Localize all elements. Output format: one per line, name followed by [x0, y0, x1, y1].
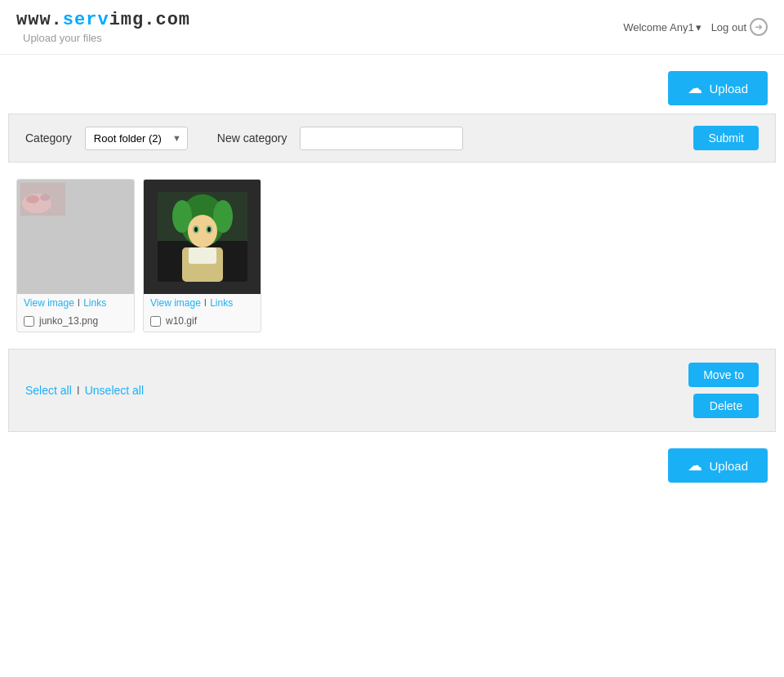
logo-img: img [109, 10, 145, 30]
thumb-background-2 [144, 180, 261, 294]
logo: www.servimg.com [16, 10, 190, 30]
upload-label-bottom: Upload [709, 459, 748, 473]
logout-icon: ➜ [750, 18, 768, 36]
welcome-text: Welcome Any1▾ [623, 21, 701, 33]
thumb-inner-1 [20, 183, 65, 216]
image-thumb-1 [17, 180, 134, 294]
upload-button-top[interactable]: ☁ Upload [668, 71, 768, 105]
welcome-caret: ▾ [696, 21, 702, 33]
image-filename-1: junko_13.png [39, 315, 98, 327]
link-separator-2: I [204, 297, 207, 309]
links-link-1[interactable]: Links [83, 297, 106, 309]
new-category-label: New category [217, 131, 287, 145]
upload-label-top: Upload [709, 82, 748, 96]
unselect-all-link[interactable]: Unselect all [85, 384, 144, 397]
view-image-link-1[interactable]: View image [24, 297, 74, 309]
upload-area-top: ☁ Upload [0, 55, 784, 114]
thumb-inner-2 [158, 192, 247, 282]
upload-button-bottom[interactable]: ☁ Upload [668, 448, 768, 483]
svg-point-13 [207, 227, 211, 232]
logo-area: www.servimg.com Upload your files [16, 10, 190, 44]
svg-point-12 [194, 227, 198, 232]
thumb-svg-2 [158, 192, 247, 282]
logo-www: www. [16, 10, 63, 30]
logo-subtitle: Upload your files [23, 32, 102, 44]
select-actions: Select all I Unselect all [25, 384, 144, 397]
view-image-link-2[interactable]: View image [150, 297, 201, 309]
welcome-username: Welcome Any1 [623, 21, 693, 33]
image-checkbox-2[interactable] [150, 316, 161, 327]
logo-com: .com [144, 10, 190, 30]
image-card-footer-1: junko_13.png [17, 312, 134, 332]
submit-button[interactable]: Submit [693, 126, 759, 150]
delete-button[interactable]: Delete [693, 394, 759, 418]
category-bar: Category Root folder (2) ▼ New category … [8, 114, 776, 163]
thumb-svg-1 [20, 183, 65, 216]
image-thumb-2 [144, 180, 261, 294]
category-label: Category [25, 131, 72, 145]
image-card-footer-2: w10.gif [144, 312, 261, 332]
select-separator: I [77, 384, 80, 397]
new-category-input[interactable] [300, 127, 463, 150]
upload-cloud-icon: ☁ [688, 79, 702, 97]
logout-label: Log out [711, 21, 746, 33]
svg-point-9 [188, 215, 217, 247]
image-filename-2: w10.gif [166, 315, 197, 327]
logo-serv: serv [63, 10, 109, 30]
action-buttons: Move to Delete [688, 363, 759, 418]
select-all-link[interactable]: Select all [25, 384, 72, 397]
image-card-links-1: View image I Links [17, 294, 134, 312]
logout-link[interactable]: Log out ➜ [711, 18, 768, 36]
category-select-wrapper: Root folder (2) ▼ [85, 127, 188, 150]
image-card-2: View image I Links w10.gif [143, 179, 261, 332]
category-select[interactable]: Root folder (2) [85, 127, 188, 150]
image-checkbox-1[interactable] [24, 316, 34, 327]
action-bar: Select all I Unselect all Move to Delete [8, 349, 776, 432]
upload-cloud-icon-bottom: ☁ [688, 457, 702, 474]
upload-area-bottom: ☁ Upload [0, 432, 784, 499]
image-gallery: View image I Links junko_13.png [0, 163, 784, 349]
move-to-button[interactable]: Move to [688, 363, 759, 387]
links-link-2[interactable]: Links [210, 297, 233, 309]
thumb-background-1 [17, 180, 134, 294]
link-separator-1: I [78, 297, 80, 309]
header-right: Welcome Any1▾ Log out ➜ [623, 18, 768, 36]
header: www.servimg.com Upload your files Welcom… [0, 0, 784, 55]
image-card-links-2: View image I Links [144, 294, 261, 312]
svg-point-3 [40, 194, 50, 201]
image-card-1: View image I Links junko_13.png [16, 179, 135, 332]
svg-point-2 [26, 195, 39, 203]
svg-rect-15 [189, 247, 216, 264]
